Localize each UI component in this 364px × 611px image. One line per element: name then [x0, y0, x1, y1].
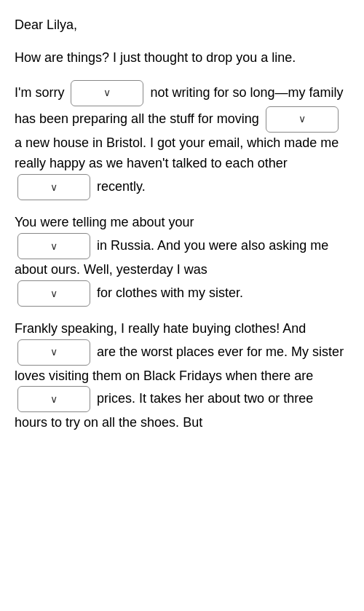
paragraph2: I'm sorry ∨ not writing for so long—my f…	[15, 80, 349, 201]
p2-text-before: I'm sorry	[15, 84, 64, 99]
p2-text-last: recently.	[97, 179, 146, 194]
p3-text-start: You were telling me about your	[15, 215, 194, 229]
greeting-paragraph: Dear Lilya,	[15, 15, 349, 36]
chevron-down-icon: ∨	[50, 391, 58, 407]
chevron-down-icon: ∨	[298, 111, 306, 127]
dropdown-1[interactable]: ∨	[71, 80, 143, 106]
chevron-down-icon: ∨	[50, 285, 58, 301]
chevron-down-icon: ∨	[103, 84, 111, 100]
p4-text-start: Frankly speaking, I really hate buying c…	[15, 321, 306, 336]
dropdown-4[interactable]: ∨	[17, 233, 90, 259]
dropdown-6[interactable]: ∨	[17, 339, 90, 366]
dropdown-7[interactable]: ∨	[17, 386, 90, 412]
paragraph1-text: How are things? I just thought to drop y…	[15, 50, 296, 65]
p3-text-end: for clothes with my sister.	[97, 285, 243, 300]
letter-body: Dear Lilya, How are things? I just thoug…	[15, 15, 349, 433]
greeting-text: Dear Lilya,	[15, 17, 77, 32]
chevron-down-icon: ∨	[50, 179, 58, 195]
dropdown-2[interactable]: ∨	[266, 106, 339, 133]
paragraph4: Frankly speaking, I really hate buying c…	[15, 318, 349, 433]
chevron-down-icon: ∨	[50, 238, 58, 254]
dropdown-5[interactable]: ∨	[17, 280, 90, 307]
paragraph3: You were telling me about your ∨ in Russ…	[15, 212, 349, 307]
chevron-down-icon: ∨	[50, 344, 58, 360]
dropdown-3[interactable]: ∨	[17, 174, 90, 200]
paragraph1: How are things? I just thought to drop y…	[15, 47, 349, 68]
p2-text-end: a new house in Bristol. I got your email…	[15, 135, 339, 171]
